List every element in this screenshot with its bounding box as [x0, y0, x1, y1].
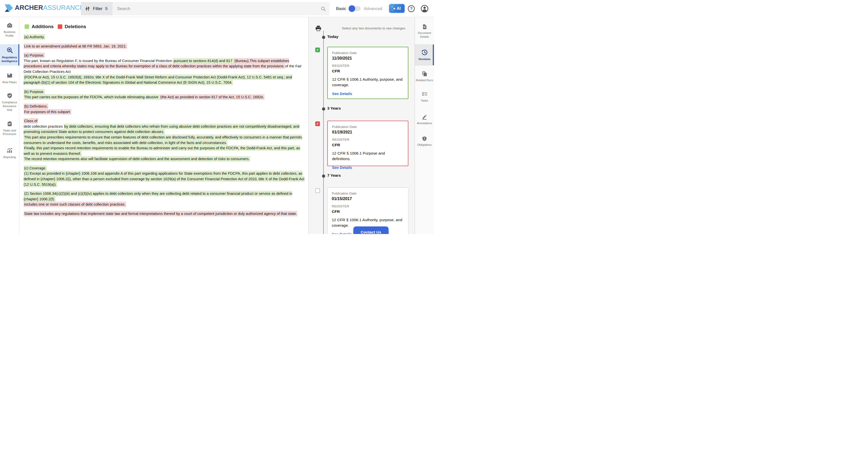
- search-input[interactable]: [113, 6, 320, 11]
- sidebar-item-label: Obligations: [417, 143, 432, 147]
- sidebar-item-reporting[interactable]: Reporting: [0, 145, 19, 162]
- doc-paragraph: Link to an amendment published at 86 FR …: [24, 44, 307, 49]
- sidebar-item-annotations[interactable]: Annotations: [415, 111, 434, 127]
- filter-count-badge: 5: [105, 6, 107, 11]
- doc-segment-addition: (b) Purpose.: [24, 89, 45, 94]
- deletions-swatch-icon: [58, 24, 62, 29]
- contact-us-button[interactable]: Contact Us: [353, 227, 389, 234]
- sparkles-icon: ✦: [393, 7, 396, 10]
- sidebar-item-versions[interactable]: Versions: [415, 45, 434, 65]
- version-card-today[interactable]: Publication Date 11/30/2021 REGISTER CFR…: [327, 47, 408, 99]
- timeline-section-7-years: 7 Years: [327, 173, 341, 178]
- version-checkbox-3-years[interactable]: ✓: [315, 121, 320, 126]
- sidebar-item-label: Related Docs: [416, 79, 433, 82]
- doc-paragraph: (b) Definitions.For purposes of this sub…: [24, 104, 307, 115]
- see-details-link[interactable]: See Details: [332, 91, 352, 96]
- doc-paragraph: (b) Purpose.This part carries out the pu…: [24, 89, 307, 100]
- ai-button-label: AI: [397, 6, 401, 11]
- filter-label: Filter: [93, 6, 102, 11]
- versions-timeline-panel: Select any two documents to see changes …: [308, 17, 415, 234]
- doc-segment-addition: (a) Authority.: [24, 34, 45, 40]
- search-bar: Filter 5: [81, 2, 330, 15]
- sidebar-item-risk-pillars[interactable]: Risk Pillars: [0, 69, 19, 87]
- doc-paragraph: (c) Coverage.(1) Except as provided in {…: [24, 166, 307, 187]
- document-body: (a) Authority.Link to an amendment publi…: [24, 34, 307, 217]
- shield-check-icon: [6, 92, 13, 99]
- sidebar-item-label: Tasks and Processes: [1, 129, 18, 136]
- doc-segment-addition: (c) Coverage.: [24, 165, 47, 171]
- sidebar-item-tasks-and-processes[interactable]: Tasks and Processes: [0, 118, 19, 139]
- doc-segment-addition: Finally, this part imposes record retent…: [24, 145, 300, 156]
- sidebar-item-label: Compliance Assurance Hub: [1, 100, 18, 112]
- svg-text:?: ?: [410, 6, 413, 11]
- timeline-dot: [322, 107, 325, 111]
- legend-deletions: Deletions: [58, 24, 86, 29]
- doc-segment-addition: pursuant to sections 814(d) and 817: [173, 58, 234, 64]
- doc-segment-deletion: Class of: [24, 118, 38, 124]
- timeline-dot: [322, 36, 325, 39]
- help-button[interactable]: ?: [407, 5, 415, 12]
- version-card-title: 12 CFR § 1006.1 Authority, purpose, and …: [332, 77, 404, 88]
- sidebar-item-label: Risk Pillars: [2, 81, 17, 84]
- doc-segment-plain: debt collection practices: [24, 124, 64, 128]
- register-label: REGISTER: [332, 64, 404, 68]
- sidebar-item-tasks[interactable]: Tasks: [415, 88, 434, 105]
- search-icon[interactable]: [320, 6, 326, 11]
- shield-exclamation-icon: [422, 136, 428, 142]
- see-details-link[interactable]: See Details: [332, 165, 352, 170]
- timeline-section-today: Today: [327, 34, 339, 39]
- magnifier-eye-icon: [6, 47, 13, 54]
- brand-part-1: ARCHER: [15, 4, 43, 11]
- clipboard-icon: [6, 120, 13, 127]
- mode-basic-label: Basic: [336, 6, 346, 11]
- register-label: REGISTER: [332, 204, 404, 208]
- additions-swatch-icon: [25, 24, 29, 29]
- account-avatar-button[interactable]: [421, 4, 429, 13]
- doc-segment-addition: This part carries out the purposes of th…: [24, 94, 160, 100]
- sidebar-item-label: Tasks: [421, 99, 428, 103]
- logo-arrow-icon: [3, 3, 13, 12]
- doc-segment-deletion: For purposes of this subpart:: [24, 109, 71, 115]
- register-value: CFR: [332, 69, 404, 74]
- version-checkbox-today[interactable]: ✓: [315, 48, 320, 52]
- timeline-line: [323, 31, 324, 234]
- basic-advanced-toggle[interactable]: [349, 6, 361, 11]
- sidebar-item-obligations[interactable]: Obligations: [415, 134, 434, 149]
- document-compare-view: Additions Deletions (a) Authority.Link t…: [20, 17, 309, 234]
- doc-paragraph: (2) Section 1006.34(c)(2)(iii) and (c)(3…: [24, 191, 307, 207]
- sidebar-item-label: Versions: [418, 57, 431, 61]
- pencil-icon: [421, 114, 428, 120]
- filter-sliders-icon: [85, 6, 90, 11]
- publication-date-value: 01/15/2017: [332, 197, 404, 201]
- right-nav: Document Details Versions Related Docs T…: [415, 17, 434, 234]
- app-logo[interactable]: ARCHERASSURANCE AI: [3, 3, 92, 12]
- legend-deletions-label: Deletions: [65, 24, 86, 29]
- toggle-knob[interactable]: [349, 5, 355, 12]
- sidebar-item-label: Business Profile: [1, 30, 18, 38]
- doc-paragraph: (a) Authority.: [24, 34, 307, 40]
- doc-segment-deletion: (a) Purpose.: [24, 53, 45, 58]
- sidebar-item-label: Annotations: [417, 121, 432, 125]
- doc-segment-addition: (1) Except as provided in {chapter} 1006…: [24, 171, 304, 187]
- legend-additions-label: Additions: [32, 24, 54, 29]
- file-icon: [422, 24, 428, 30]
- print-icon[interactable]: [315, 25, 322, 32]
- see-details-link[interactable]: See Details: [332, 232, 352, 234]
- copy-pages-icon: [421, 70, 428, 77]
- sidebar-item-document-details[interactable]: Document Details: [415, 21, 434, 41]
- sidebar-item-label: Reporting: [3, 155, 16, 159]
- sidebar-item-business-profile[interactable]: Business Profile: [0, 19, 19, 40]
- sidebar-item-related-docs[interactable]: Related Docs: [415, 68, 434, 84]
- ai-assistant-button[interactable]: ✦ AI: [389, 4, 405, 13]
- doc-segment-addition: by debt collectors, ensuring that debt c…: [24, 124, 299, 135]
- bookmark-card-icon: [6, 72, 13, 79]
- version-card-3-years[interactable]: Publication Date 01/19/2021 REGISTER CFR…: [327, 121, 408, 166]
- doc-segment-addition: This part also prescribes requirements t…: [24, 135, 302, 146]
- top-bar: ARCHERASSURANCE AI Filter 5 Basic Advanc…: [0, 0, 434, 17]
- sidebar-item-compliance-assurance-hub[interactable]: Compliance Assurance Hub: [0, 90, 19, 114]
- version-checkbox-7-years[interactable]: [315, 188, 320, 193]
- timeline-section-3-years: 3 Years: [327, 106, 341, 111]
- bar-chart-arrow-icon: [6, 147, 13, 154]
- filter-button[interactable]: Filter 5: [81, 2, 113, 15]
- sidebar-item-regulatory-intelligence[interactable]: Regulatory Intelligence: [0, 44, 19, 66]
